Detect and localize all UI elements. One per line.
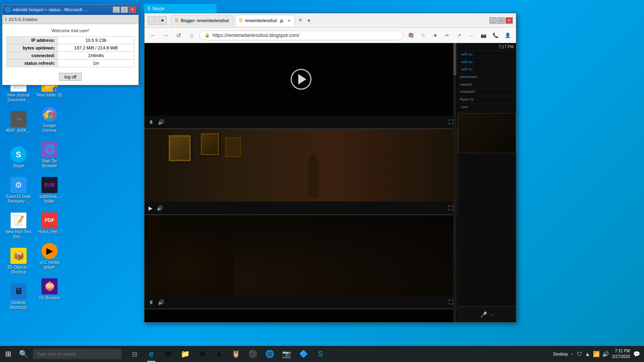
- mikrotik-minimize-btn[interactable]: _: [113, 6, 120, 13]
- sidebar-thumbnail: [458, 113, 516, 153]
- mikrotik-close-btn[interactable]: ✕: [129, 6, 136, 13]
- icon-easeus[interactable]: ⚙ EaseUS Data Recovery ...: [4, 175, 33, 206]
- browser-close-btn[interactable]: ✕: [506, 17, 513, 24]
- tray-network[interactable]: 📶: [593, 351, 600, 357]
- taskbar-search-input[interactable]: [33, 349, 122, 359]
- browser-notes-btn[interactable]: ✏: [442, 30, 452, 41]
- scroll-thumb[interactable]: [453, 43, 456, 75]
- blog-content: ⏸ 🔊 ⛶: [144, 43, 516, 322]
- connected-label: connected:: [7, 52, 58, 60]
- icon-480p-label: 480P_600K_...: [6, 128, 31, 138]
- action-center-icon[interactable]: 💬: [633, 351, 640, 357]
- browser-camera-btn[interactable]: 📷: [478, 30, 489, 41]
- icon-richtext[interactable]: 📝 New Rich Text Doc...: [4, 211, 33, 241]
- taskbar-unknown[interactable]: 🔷: [295, 346, 312, 362]
- browser-nav-pages-btn[interactable]: ⬜: [148, 16, 157, 25]
- taskbar-orb[interactable]: ⚫: [245, 346, 261, 362]
- icon-richtext-label: New Rich Text Doc...: [6, 230, 31, 239]
- refresh-value: 1m: [58, 60, 134, 67]
- sidebar-more-btn[interactable]: ···: [489, 311, 494, 318]
- mikrotik-maximize-btn[interactable]: □: [121, 6, 128, 13]
- icon-chrome[interactable]: Google Chrome: [35, 105, 64, 135]
- taskbar-skype2[interactable]: S: [312, 346, 328, 362]
- taskbar-mail[interactable]: ✉: [194, 346, 210, 362]
- taskbar-edge[interactable]: e: [143, 346, 159, 362]
- icon-horus[interactable]: PDF Horus_Her...: [35, 211, 64, 236]
- sidebar-url-3: m/watch?: [458, 88, 516, 96]
- blogger-tab-favicon: B: [175, 18, 178, 23]
- blogger-tab-label: Blogger: rememberlessfool: [181, 19, 229, 23]
- taskbar-taskview[interactable]: ⊟: [126, 346, 142, 362]
- pic-frame-1: [169, 135, 191, 161]
- video-item-3: ⏸ 🔊 ⛶: [144, 215, 458, 309]
- icon-horus-label: Horus_Her...: [38, 230, 61, 234]
- refresh-label: status refresh:: [7, 60, 58, 67]
- browser-hub-btn[interactable]: ★: [430, 30, 440, 41]
- taskbar-browser2[interactable]: 🌐: [262, 346, 278, 362]
- volume-btn-2[interactable]: 🔊: [157, 205, 163, 211]
- new-tab-btn[interactable]: +: [297, 16, 304, 25]
- browser-profile-btn[interactable]: 👤: [502, 30, 513, 41]
- taskbar-amazon[interactable]: a: [211, 346, 227, 362]
- icon-chrome-label: Google Chrome: [37, 123, 62, 133]
- pic-frame-2: [201, 133, 219, 155]
- icon-desktop[interactable]: 🖥 Desktop Shortcuts: [4, 282, 33, 312]
- icon-skype[interactable]: S Skype: [4, 145, 33, 170]
- nav-back-btn[interactable]: ←: [148, 30, 158, 41]
- taskbar-tripadvisor[interactable]: 🦉: [228, 346, 244, 362]
- volume-btn-3[interactable]: 🔊: [158, 299, 164, 305]
- chevron-right-icon: »: [571, 352, 574, 356]
- icon-480p[interactable]: 📹 480P_600K_...: [4, 109, 33, 140]
- taskbar-store[interactable]: 🛍: [160, 346, 176, 362]
- nav-forward-btn[interactable]: →: [161, 30, 171, 41]
- tray-antivirus[interactable]: 🛡: [577, 351, 582, 357]
- browser-fav-btn[interactable]: ★: [158, 16, 167, 25]
- mikrotik-window: 🌐 mikrotik hotspot > status - Microsoft …: [2, 4, 139, 85]
- taskbar-clock[interactable]: 7:31 PM 2/27/2020: [612, 348, 630, 360]
- pause-btn-3[interactable]: ⏸: [149, 299, 154, 305]
- pause-btn-1[interactable]: ⏸: [149, 119, 154, 125]
- store-icon: 🛍: [165, 350, 172, 358]
- icon-sublimina[interactable]: SUB 'sublimina... folder: [35, 175, 64, 206]
- bytes-label: bytes up/down:: [7, 44, 58, 52]
- start-button[interactable]: ⊞: [0, 346, 16, 362]
- logoff-button[interactable]: log off: [59, 73, 82, 81]
- browser-call-btn[interactable]: 📞: [490, 30, 501, 41]
- tray-volume[interactable]: 🔊: [602, 351, 609, 357]
- clock-date: 2/27/2020: [612, 354, 630, 360]
- person-head: [310, 154, 317, 161]
- browser-sidebar-btn[interactable]: 📚: [406, 30, 416, 41]
- url-text: https://rememeberlessfool.blogspot.com/: [213, 33, 299, 38]
- taskbar-camera[interactable]: 📷: [279, 346, 295, 362]
- cortana-btn[interactable]: 🔍: [16, 346, 31, 362]
- tray-up-arrow[interactable]: ▲: [585, 351, 590, 357]
- browser-maximize-btn[interactable]: □: [497, 17, 505, 24]
- browser-share-btn[interactable]: ↗: [454, 30, 464, 41]
- browser-fav-star-btn[interactable]: ☆: [418, 30, 428, 41]
- browser-tab-blogger[interactable]: B Blogger: rememberlessfool: [171, 15, 233, 26]
- icon-startbrowser[interactable]: 🌐 Start Tor Browser: [35, 140, 64, 170]
- icon-3dobjs[interactable]: 📦 3D Objects - Shortcut: [4, 246, 33, 276]
- icon-vlc[interactable]: ▶ VLC media player: [35, 241, 64, 272]
- taskbar: ⊞ 🔍 ⊟ e 🛍 📁 ✉ a: [0, 346, 644, 362]
- remember-tab-audio-icon: 🔊: [279, 19, 284, 23]
- browser-body: ⏸ 🔊 ⛶: [144, 43, 516, 322]
- taskbar-explorer[interactable]: 📁: [177, 346, 193, 362]
- icon-torbrow2[interactable]: 🧅 Tor Browser: [35, 277, 64, 302]
- browser-menu-btn[interactable]: ···: [466, 30, 477, 41]
- nav-home-btn[interactable]: ⌂: [186, 30, 197, 41]
- icon-journal-label: New Journal Document _: [6, 93, 31, 103]
- right-sidebar: 7:17 PM -self-no- -self-no- -self-no- pe…: [458, 43, 516, 322]
- browser-tab-remember[interactable]: B rememberlessfool 🔊 ✕: [235, 15, 295, 26]
- volume-btn-1[interactable]: 🔊: [158, 119, 164, 125]
- play-ctrl-btn-2[interactable]: ▶: [149, 205, 153, 211]
- tab-list-btn[interactable]: ▾: [306, 17, 312, 24]
- nav-refresh-btn[interactable]: ↺: [173, 30, 184, 41]
- video-list[interactable]: ⏸ 🔊 ⛶: [144, 43, 458, 322]
- video-controls-1: ⏸ 🔊 ⛶: [144, 115, 458, 128]
- browser-minimize-btn[interactable]: _: [489, 17, 497, 24]
- play-btn-1[interactable]: [291, 69, 312, 90]
- url-bar[interactable]: 🔒 https://rememeberlessfool.blogspot.com…: [199, 31, 403, 40]
- remember-tab-close[interactable]: ✕: [287, 19, 291, 23]
- connected-value: 1h9m8s: [58, 52, 134, 60]
